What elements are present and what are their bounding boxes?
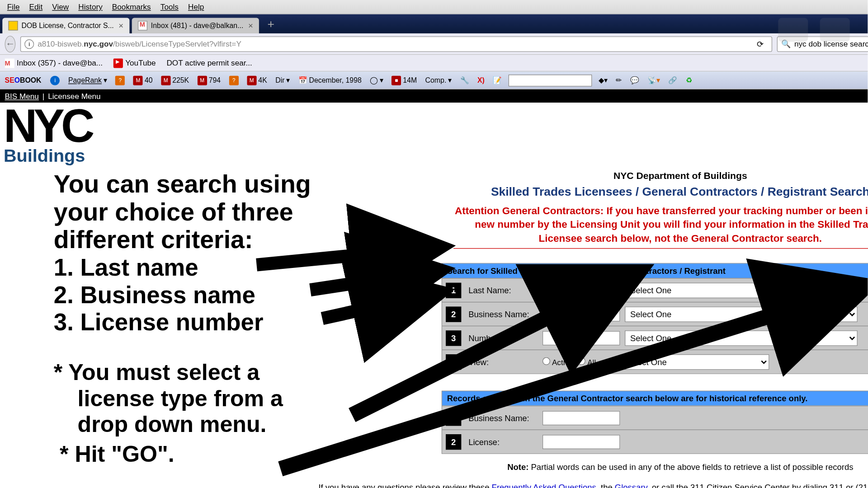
radio-active[interactable]: Active: [542, 357, 573, 366]
gmail-favicon-icon: [138, 21, 147, 30]
menu-help[interactable]: Help: [183, 1, 208, 13]
number-type-select[interactable]: Select One: [625, 330, 858, 346]
menu-bookmarks[interactable]: Bookmarks: [107, 1, 156, 13]
annotation-intro: You can search using your choice of thre…: [54, 171, 364, 253]
licensee-menu-label: Licensee Menu: [48, 92, 100, 101]
browser-urlbar: ← i a810-bisweb.nyc.gov/bisweb/LicenseTy…: [0, 33, 868, 55]
bookmark-label: DOT active permit sear...: [166, 58, 252, 67]
gc-license-input[interactable]: [542, 435, 620, 449]
metric-icon: M: [198, 75, 207, 85]
general-contractor-search-table: Records accessed in the General Contract…: [442, 391, 868, 454]
url-domain: nyc.gov: [84, 39, 113, 48]
row-label: Last Name:: [465, 286, 542, 295]
view-type-select[interactable]: Select One: [620, 354, 769, 370]
metric-icon: ?: [115, 75, 125, 85]
bookmark-gmail[interactable]: Inbox (357) - dave@ba...: [5, 58, 103, 68]
seo-link-icon[interactable]: 🔗: [666, 76, 679, 84]
businessname-input[interactable]: [542, 307, 620, 321]
menu-history[interactable]: History: [74, 1, 108, 13]
seo-highlight-icon[interactable]: ✏: [614, 76, 623, 84]
pagerank-item[interactable]: PageRank ▾: [66, 76, 109, 84]
address-bar[interactable]: i a810-bisweb.nyc.gov/bisweb/LicenseType…: [20, 36, 772, 52]
menu-view[interactable]: View: [47, 1, 74, 13]
row-number: 2: [446, 434, 461, 450]
seo-refresh-icon[interactable]: ♻: [684, 76, 694, 84]
page-subtitle: Skilled Trades Licensees / General Contr…: [442, 185, 868, 199]
seo-bubble-icon[interactable]: 💬: [628, 76, 641, 84]
number-input[interactable]: [542, 331, 620, 345]
tab-label: Inbox (481) - dave@balkan...: [151, 22, 244, 30]
search-row-gc-license: 2 License: GO: [442, 430, 868, 454]
annotation-note: * You must select a license type from a …: [54, 360, 364, 468]
search-row-number: 3 Number: Select One GO: [442, 326, 868, 350]
youtube-icon: [113, 58, 123, 68]
metric-icon: M: [247, 75, 256, 85]
comp-item[interactable]: Comp. ▾: [424, 76, 453, 84]
bookmark-label: Inbox (357) - dave@ba...: [17, 58, 103, 67]
dob-favicon-icon: [8, 21, 18, 30]
bookmark-label: YouTube: [125, 58, 156, 67]
row-label: Number:: [465, 333, 542, 343]
reload-button[interactable]: ⟳: [753, 39, 768, 48]
bookmark-youtube[interactable]: YouTube: [113, 58, 156, 68]
seo-toolbar: SEOBOOK i PageRank ▾ ? M40 M225K M794 ? …: [0, 71, 868, 89]
row-label: Business Name:: [465, 413, 542, 422]
annotation-criteria-1: 1. Last name: [54, 253, 364, 281]
row-number: 1: [446, 282, 461, 298]
menu-tools[interactable]: Tools: [156, 1, 183, 13]
tab-gmail-inbox[interactable]: Inbox (481) - dave@balkan... ×: [132, 18, 259, 33]
row-number: 1: [446, 410, 461, 426]
back-button[interactable]: ←: [5, 36, 16, 52]
wayback-date[interactable]: 📅 December, 1998: [297, 76, 363, 84]
bookmark-dot-permit[interactable]: DOT active permit sear...: [166, 58, 252, 67]
row-label: License:: [465, 437, 542, 446]
tab-close-icon[interactable]: ×: [118, 21, 123, 30]
tab-label: DOB License, Contractor S...: [22, 22, 114, 30]
seo-tool-icon[interactable]: ◆▾: [597, 76, 609, 84]
browser-menubar: File Edit View History Bookmarks Tools H…: [0, 0, 868, 14]
nyc-logo: NYC: [4, 108, 864, 145]
dir-item[interactable]: Dir ▾: [274, 76, 292, 84]
lastname-input[interactable]: [542, 283, 620, 298]
info-icon[interactable]: i: [50, 75, 60, 85]
menu-edit[interactable]: Edit: [24, 1, 47, 13]
menu-file[interactable]: File: [2, 1, 24, 13]
glossary-link[interactable]: Glossary: [615, 483, 647, 488]
metric-icon: ■: [392, 75, 401, 85]
businessname-type-select[interactable]: Select One: [625, 306, 858, 322]
url-prefix: a810-bisweb.: [38, 39, 84, 48]
table-header: Records accessed in the General Contract…: [442, 391, 868, 406]
seo-search-input[interactable]: [509, 74, 592, 86]
row-number: 2: [446, 306, 461, 322]
annotation-criteria-3: 3. License number: [54, 308, 364, 336]
tab-dob-license[interactable]: DOB License, Contractor S... ×: [2, 18, 129, 33]
faq-link[interactable]: Frequently Asked Questions: [492, 483, 596, 488]
browser-tabbar: DOB License, Contractor S... × Inbox (48…: [0, 14, 868, 33]
seo-rss-icon[interactable]: 📡▾: [646, 76, 662, 84]
gmail-icon: [5, 58, 14, 68]
search-row-view: 4 View: Active All Select One GO: [442, 350, 868, 374]
search-row-businessname: 2 Business Name: Select One GO: [442, 302, 868, 326]
row-label: View:: [465, 357, 542, 366]
gc-businessname-input[interactable]: [542, 411, 620, 425]
search-row-lastname: 1 Last Name: Select One GO: [442, 278, 868, 302]
bis-menubar: BIS Menu | Licensee Menu: [0, 89, 868, 103]
seo-x-icon[interactable]: X): [476, 76, 486, 84]
url-path: /bisweb/LicenseTypeServlet?vlfirst=Y: [113, 39, 241, 48]
seobook-logo[interactable]: SEOBOOK: [2, 75, 44, 86]
new-tab-button[interactable]: +: [261, 17, 280, 31]
site-info-icon[interactable]: i: [24, 39, 34, 48]
metric-icon: M: [161, 75, 170, 85]
seo-tool-icon[interactable]: 🔧: [458, 76, 471, 84]
radio-all[interactable]: All: [578, 357, 596, 366]
bis-menu-link[interactable]: BIS Menu: [5, 92, 39, 101]
nyc-buildings-label: Buildings: [4, 146, 864, 166]
window-controls: [778, 18, 849, 42]
row-number: 4: [446, 354, 461, 370]
lastname-type-select[interactable]: Select One: [625, 282, 858, 298]
annotation-criteria-2: 2. Business name: [54, 281, 364, 309]
note-text: Note: Partial words can be used in any o…: [442, 462, 868, 472]
seo-edit-icon[interactable]: 📝: [491, 76, 504, 84]
annotation-overlay: You can search using your choice of thre…: [54, 171, 364, 467]
tab-close-icon[interactable]: ×: [248, 21, 253, 30]
